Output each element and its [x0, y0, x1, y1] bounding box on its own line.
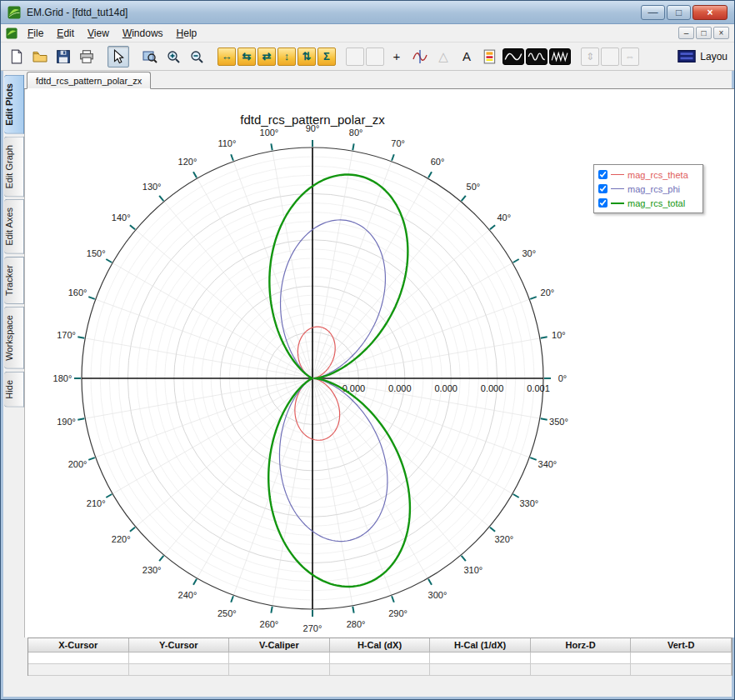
doc-tab-fdtd-rcs-pattern-polar-zx[interactable]: fdtd_rcs_pattern_polar_zx — [27, 72, 151, 89]
new-file-icon[interactable] — [6, 46, 28, 68]
print-icon[interactable] — [76, 46, 98, 68]
readout-header-h-cal-1-dx: H-Cal (1/dX) — [430, 638, 531, 652]
svg-text:280°: 280° — [347, 619, 366, 629]
pan-horizontal-icon[interactable]: ↔ — [218, 48, 236, 66]
svg-text:60°: 60° — [431, 157, 445, 167]
readout-header-horz-d: Horz-D — [531, 638, 632, 652]
expand-horizontal-icon[interactable]: ⇆ — [238, 48, 256, 66]
fft-icon[interactable] — [502, 48, 524, 65]
child-close-button[interactable]: × — [713, 27, 729, 39]
svg-text:190°: 190° — [57, 417, 76, 427]
svg-text:350°: 350° — [549, 417, 568, 427]
zoom-out-icon[interactable] — [186, 46, 208, 68]
close-button[interactable]: × — [692, 5, 728, 20]
legend: mag_rcs_thetamag_rcs_phimag_rcs_total — [593, 164, 703, 213]
menubar: FileEditViewWindowsHelp –□× — [1, 24, 734, 42]
minimize-button[interactable]: — — [641, 5, 665, 20]
readout-cell — [631, 664, 732, 676]
sidebar-tab-edit-plots[interactable]: Edit Plots — [4, 75, 24, 134]
line-select-icon — [346, 48, 364, 66]
svg-text:40°: 40° — [497, 212, 511, 222]
readout-cell — [129, 664, 230, 676]
pointer-tool-icon[interactable] — [108, 46, 129, 68]
legend-checkbox-mag-rcs-theta[interactable] — [598, 170, 608, 179]
text-tool-icon[interactable]: A — [456, 46, 478, 68]
readout-cell — [129, 652, 230, 664]
svg-text:150°: 150° — [87, 248, 106, 258]
child-minimize-button[interactable]: – — [678, 27, 694, 39]
series-mag_rcs_phi — [279, 220, 387, 542]
legend-checkbox-mag-rcs-phi[interactable] — [598, 184, 608, 193]
readout-header-h-cal-dx: H-Cal (dX) — [330, 638, 431, 652]
tracker-icon[interactable] — [409, 46, 431, 68]
svg-text:130°: 130° — [142, 182, 162, 192]
filter-icon[interactable] — [526, 48, 548, 65]
legend-label: mag_rcs_total — [628, 198, 685, 208]
menu-item-file[interactable]: File — [21, 25, 50, 42]
menu-item-help[interactable]: Help — [170, 25, 204, 42]
plot-area[interactable]: fdtd_rcs_pattern_polar_zx 0°10°20°30°40°… — [24, 89, 734, 638]
sidebar-tab-edit-axes[interactable]: Edit Axes — [4, 199, 24, 254]
titlebar-buttons: —□× — [641, 5, 728, 20]
titlebar[interactable]: EM.Grid - [fdtd_tut14d] —□× — [1, 1, 734, 24]
readout-cell — [631, 652, 732, 664]
menu-item-view[interactable]: View — [81, 25, 116, 42]
zoom-in-icon[interactable] — [162, 46, 184, 68]
document-tabs: fdtd_rcs_pattern_polar_zx — [24, 71, 734, 89]
svg-text:110°: 110° — [218, 138, 236, 148]
main-panel: fdtd_rcs_pattern_polar_zx fdtd_rcs_patte… — [24, 71, 734, 699]
save-icon[interactable] — [52, 46, 74, 68]
legend-label: mag_rcs_phi — [628, 184, 680, 194]
readout-cell — [330, 664, 431, 676]
autoscale-icon[interactable]: Σ — [318, 48, 336, 66]
svg-text:140°: 140° — [112, 212, 131, 222]
svg-text:0.001: 0.001 — [527, 383, 550, 393]
svg-text:180°: 180° — [53, 373, 72, 383]
legend-row-mag-rcs-theta: mag_rcs_theta — [598, 168, 698, 182]
svg-text:30°: 30° — [522, 248, 536, 258]
restore-button[interactable]: □ — [667, 5, 691, 20]
svg-text:0.000: 0.000 — [481, 383, 504, 393]
crosshair-icon[interactable]: + — [386, 46, 408, 68]
readout-cell — [28, 652, 129, 664]
toolbar-separator — [131, 46, 138, 68]
svg-text:320°: 320° — [494, 534, 513, 544]
window-func-icon[interactable] — [549, 48, 571, 65]
child-restore-button[interactable]: □ — [696, 27, 712, 39]
svg-text:310°: 310° — [463, 565, 482, 575]
legend-row-mag-rcs-phi: mag_rcs_phi — [598, 182, 698, 196]
legend-line-sample — [611, 188, 624, 189]
svg-text:300°: 300° — [428, 590, 448, 600]
readout-header-x-cursor: X-Cursor — [28, 638, 129, 652]
content: Edit PlotsEdit GraphEdit AxesTrackerWork… — [1, 71, 734, 699]
zoom-window-icon[interactable] — [139, 46, 161, 68]
pan-vertical-icon[interactable]: ↕ — [278, 48, 296, 66]
menu-item-windows[interactable]: Windows — [116, 25, 170, 42]
readout-cell — [28, 664, 129, 676]
legend-line-sample — [611, 202, 624, 204]
svg-text:90°: 90° — [306, 124, 320, 133]
sidebar-tab-workspace[interactable]: Workspace — [4, 307, 24, 369]
app-icon — [8, 6, 21, 19]
legend-line-sample — [611, 174, 624, 175]
svg-text:250°: 250° — [218, 608, 237, 618]
open-file-icon[interactable] — [29, 46, 51, 68]
sidebar-tab-hide[interactable]: Hide — [4, 372, 24, 408]
svg-text:340°: 340° — [538, 459, 558, 469]
marker-icon — [601, 48, 619, 66]
menu-item-edit[interactable]: Edit — [50, 25, 81, 42]
svg-text:160°: 160° — [68, 288, 88, 298]
layout-button[interactable]: Layou — [676, 48, 729, 64]
svg-text:20°: 20° — [541, 288, 555, 298]
svg-text:330°: 330° — [519, 498, 538, 508]
horz-fit-icon: ⇔ — [621, 48, 639, 66]
compress-horizontal-icon[interactable]: ⇄ — [258, 48, 276, 66]
sidebar-tab-edit-graph[interactable]: Edit Graph — [4, 137, 24, 198]
sidebar-tab-tracker[interactable]: Tracker — [4, 257, 24, 304]
series-mag_rcs_total — [268, 175, 410, 587]
legend-checkbox-mag-rcs-total[interactable] — [598, 198, 608, 208]
svg-text:240°: 240° — [178, 590, 198, 600]
expand-vertical-icon[interactable]: ⇅ — [298, 48, 316, 66]
notes-icon[interactable] — [479, 46, 501, 68]
toolbar-separator — [338, 46, 344, 68]
